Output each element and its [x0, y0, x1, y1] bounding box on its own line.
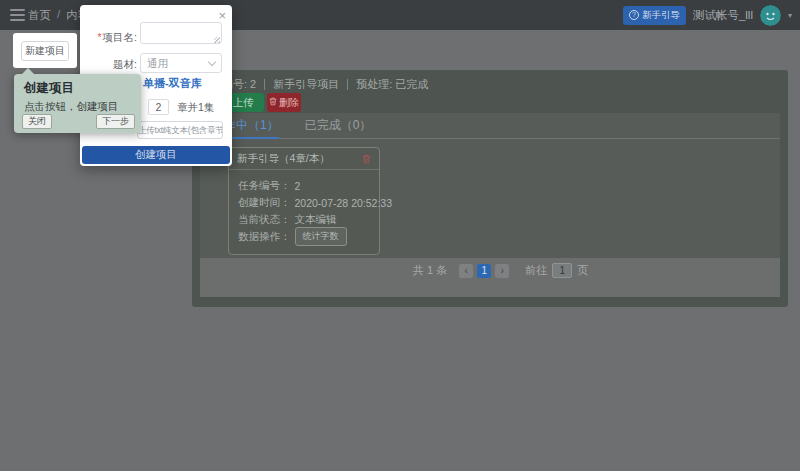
task-row-value: 2: [295, 180, 301, 192]
goto-group: 前往 页: [525, 263, 588, 278]
task-row: 数据操作： 统计字数: [238, 228, 370, 245]
task-row: 创建时间： 2020-07-28 20:52:33: [238, 194, 370, 211]
task-card[interactable]: 新手引导（4章/本） 任务编号： 2 创建时间：: [228, 147, 380, 255]
task-card-body: 任务编号： 2 创建时间： 2020-07-28 20:52:33 当前状态： …: [229, 170, 379, 245]
trash-icon: [269, 97, 277, 108]
goto-unit: 页: [577, 263, 588, 278]
divider: [347, 79, 348, 90]
preprocess-status: 预处理: 已完成: [356, 77, 428, 92]
upload-txt-button[interactable]: 上传txt纯文本(包含章节名): [137, 121, 223, 139]
chevron-down-icon: [208, 58, 216, 66]
breadcrumb-separator: /: [57, 8, 60, 23]
pagination-total: 共 1 条: [413, 263, 447, 278]
word-count-button[interactable]: 统计字数: [295, 227, 347, 246]
task-card-title: 新手引导（4章/本）: [237, 152, 330, 166]
popover-next-button[interactable]: 下一步: [96, 114, 135, 129]
menu-toggle-icon[interactable]: [10, 9, 25, 21]
goto-page-input[interactable]: [552, 263, 572, 278]
prev-page-button[interactable]: ‹: [459, 264, 473, 278]
tour-highlight-stage: 新建项目: [13, 33, 77, 68]
popover-description: 点击按钮，创建项目: [24, 100, 119, 114]
goto-label: 前往: [525, 263, 547, 278]
genre-select-value: 通用: [147, 57, 168, 69]
task-card-header: 新手引导（4章/本）: [229, 148, 379, 170]
close-icon[interactable]: ×: [218, 8, 226, 23]
current-page[interactable]: 1: [477, 264, 491, 278]
project-name-label: *项目名:: [85, 31, 137, 45]
divider: [264, 79, 265, 90]
task-delete-button[interactable]: [362, 154, 371, 164]
project-panel: 编号: 2 新手引导项目 预处理: 已完成 上传 删除 制作中（1） 已完成（0…: [192, 70, 788, 307]
caret-down-icon[interactable]: ▾: [788, 11, 792, 20]
delete-button-label: 删除: [279, 96, 299, 110]
tour-popover: 创建项目 点击按钮，创建项目 关闭 下一步: [14, 74, 141, 133]
header-right: ? 新手引导 测试帐号_lll ▾: [623, 0, 792, 30]
task-row: 任务编号： 2: [238, 177, 370, 194]
genre-select[interactable]: 通用: [140, 53, 222, 73]
new-project-button[interactable]: 新建项目: [21, 41, 69, 61]
trash-icon: [362, 152, 371, 167]
tab-bar: 制作中（1） 已完成（0）: [200, 113, 780, 139]
guide-button-label: 新手引导: [642, 9, 680, 22]
merge-chapter-input[interactable]: [148, 99, 169, 115]
required-mark: *: [97, 31, 101, 43]
genre-label: 题材:: [85, 58, 137, 72]
delete-button[interactable]: 删除: [267, 93, 301, 112]
task-row-label: 数据操作：: [238, 230, 291, 244]
username: 测试帐号_lll: [693, 8, 753, 23]
popover-close-button[interactable]: 关闭: [22, 114, 52, 129]
task-row-value: 文本编辑: [295, 213, 337, 227]
task-row-label: 当前状态：: [238, 213, 291, 227]
task-row-value: 2020-07-28 20:52:33: [295, 197, 393, 209]
task-row-label: 任务编号：: [238, 179, 291, 193]
popover-title: 创建项目: [24, 80, 74, 97]
panel-inner: 制作中（1） 已完成（0） 新手引导（4章/本） 任: [200, 113, 780, 297]
tab-zone: 制作中（1） 已完成（0） 新手引导（4章/本） 任: [200, 113, 780, 258]
guide-button[interactable]: ? 新手引导: [623, 6, 686, 25]
app-screen: 首页 / 内容生产 ? 新手引导 测试帐号_lll ▾ 编号: 2: [0, 0, 800, 471]
task-row: 当前状态： 文本编辑: [238, 211, 370, 228]
tab-completed[interactable]: 已完成（0）: [305, 113, 372, 138]
task-row-label: 创建时间：: [238, 196, 291, 210]
voice-mode-link[interactable]: 单播-双音库: [143, 76, 202, 91]
project-info-line: 编号: 2 新手引导项目 预处理: 已完成: [222, 77, 428, 92]
merge-suffix-label: 章并1集: [177, 101, 214, 115]
breadcrumb-home[interactable]: 首页: [28, 8, 51, 23]
pagination: 共 1 条 ‹ 1 › 前往 页: [413, 263, 588, 278]
popover-arrow-icon: [22, 68, 34, 74]
next-page-button[interactable]: ›: [495, 264, 509, 278]
question-circle-icon: ?: [629, 10, 639, 20]
create-project-button[interactable]: 创建项目: [82, 146, 230, 164]
project-name: 新手引导项目: [273, 77, 339, 92]
avatar[interactable]: [760, 5, 781, 26]
project-name-input[interactable]: [140, 22, 222, 44]
